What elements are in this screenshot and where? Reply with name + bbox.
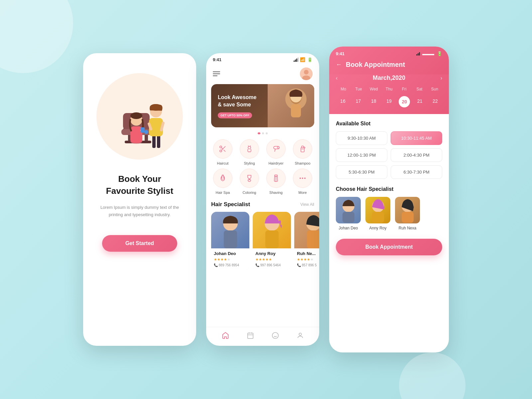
status-icons: 📶 🔋 [294, 57, 313, 62]
svg-point-32 [248, 146, 251, 149]
svg-line-36 [277, 147, 278, 148]
book-battery-icon: 🔋 [437, 51, 442, 56]
day-tue: Tue [351, 85, 366, 93]
onboarding-screen: Book Your Favourite Stylist Lorem Ipsum … [83, 53, 196, 346]
book-status-bar: 9:41 ▬▬▬ 🔋 [336, 51, 442, 56]
services-grid: Haircut Styling Hairdryer [206, 139, 319, 195]
date-22[interactable]: 22 [428, 96, 442, 107]
svg-point-59 [272, 332, 278, 338]
specialist-card-2[interactable]: Anny Roy ★★★★★ 📞 997 896 5464 [253, 212, 291, 270]
time-slot-6[interactable]: 6:30-7:30 PM [391, 165, 442, 179]
coloring-icon [240, 169, 259, 188]
specialist-mini-2[interactable]: Anny Roy [365, 197, 390, 230]
book-time: 9:41 [336, 51, 344, 56]
time-slot-3[interactable]: 12:00-1:30 PM [336, 148, 387, 162]
top-nav [206, 65, 319, 84]
day-mo: Mo [336, 85, 351, 93]
svg-rect-52 [265, 230, 279, 248]
svg-line-30 [223, 150, 225, 152]
hamburger-menu[interactable] [213, 71, 220, 76]
svg-point-47 [302, 178, 303, 179]
hair-spa-icon [213, 169, 232, 188]
specialist-mini-3[interactable]: Ruh Nexa [395, 197, 420, 230]
day-fri: Fri [397, 85, 412, 93]
specialist-section-header: Hair Specialist View All [206, 200, 319, 212]
coloring-label: Coloring [243, 191, 256, 195]
signal-icon [294, 58, 299, 62]
day-thu: Thu [381, 85, 397, 93]
choose-specialist-label: Choose Hair Specialist [336, 186, 442, 192]
service-hair-spa[interactable]: Hair Spa [211, 169, 234, 195]
specialist-name-2: Anny Roy [255, 251, 288, 256]
date-17[interactable]: 17 [351, 96, 365, 107]
status-bar: 9:41 📶 🔋 [206, 53, 319, 65]
service-hairdryer[interactable]: Hairdryer [264, 139, 288, 165]
specialist-card-1[interactable]: Johan Deo ★★★★★ 📞 889 756 8954 [211, 212, 249, 270]
date-20[interactable]: 20 [399, 96, 410, 107]
back-button[interactable]: ← [336, 61, 342, 68]
user-avatar[interactable] [300, 67, 313, 80]
specialist-card-3[interactable]: Ruh Ne... ★★★★★ 📞 857 896 5 [294, 212, 319, 270]
svg-point-27 [220, 146, 222, 148]
dot-2 [262, 132, 264, 134]
svg-rect-64 [342, 212, 354, 223]
time-slot-5[interactable]: 5:30-6:30 PM [336, 165, 387, 179]
service-styling[interactable]: Styling [238, 139, 261, 165]
date-19[interactable]: 19 [382, 96, 396, 107]
more-icon [293, 169, 312, 188]
dot-1 [258, 132, 260, 134]
time-slot-1[interactable]: 9:30-10:30 AM [336, 131, 387, 145]
specialist-mini-name-3: Ruh Nexa [399, 226, 416, 230]
specialist-info-1: Johan Deo ★★★★★ 📞 889 756 8954 [211, 248, 249, 270]
specialist-mini-name-1: Johan Deo [338, 226, 358, 230]
specialist-photo-3 [294, 212, 319, 248]
next-month-button[interactable]: › [441, 75, 442, 81]
book-signal-icon [416, 52, 420, 56]
svg-point-41 [221, 177, 222, 178]
shaving-label: Shaving [269, 191, 283, 195]
hero-badge: GET UPTO 50% OFF [218, 112, 252, 118]
time-slot-2[interactable]: 10:30-11:45 AM [391, 131, 442, 145]
onboarding-title: Book Your Favourite Stylist [106, 173, 173, 197]
haircut-icon [213, 139, 232, 159]
book-wifi-icon: ▬▬▬ [422, 52, 434, 56]
svg-rect-26 [291, 104, 301, 117]
shaving-icon [266, 169, 286, 188]
view-all-link[interactable]: View All [300, 202, 314, 207]
service-coloring[interactable]: Coloring [238, 169, 261, 195]
get-started-button[interactable]: Get Started [102, 235, 177, 252]
wifi-icon: 📶 [300, 57, 305, 62]
book-status-icons: ▬▬▬ 🔋 [416, 51, 442, 56]
specialists-scroll: Johan Deo ★★★★★ 📞 889 756 8954 Anny Roy … [206, 212, 319, 270]
service-more[interactable]: More [291, 169, 314, 195]
hairdryer-label: Hairdryer [268, 161, 283, 165]
date-21[interactable]: 21 [413, 96, 427, 107]
svg-point-48 [304, 178, 306, 179]
service-shampoo[interactable]: Shampoo [291, 139, 314, 165]
svg-line-35 [275, 149, 275, 152]
svg-rect-11 [141, 127, 145, 133]
specialist-mini-1[interactable]: Johan Deo [336, 197, 361, 230]
service-haircut[interactable]: Haircut [211, 139, 234, 165]
svg-rect-68 [402, 212, 414, 223]
nav-profile[interactable] [297, 332, 304, 339]
service-shaving[interactable]: Shaving [264, 169, 288, 195]
nav-home[interactable] [222, 332, 229, 339]
time-slot-4[interactable]: 2:00-4:30 PM [391, 148, 442, 162]
hero-image [268, 84, 314, 127]
book-appointment-screen: 9:41 ▬▬▬ 🔋 ← Book Appointment ‹ March,20… [329, 47, 449, 352]
date-18[interactable]: 18 [367, 96, 381, 107]
nav-offers[interactable] [272, 332, 279, 339]
dot-3 [266, 132, 268, 134]
shampoo-label: Shampoo [295, 161, 310, 165]
available-slot-label: Available Slot [336, 121, 442, 127]
book-appointment-button[interactable]: Book Appointment [336, 239, 442, 255]
specialist-photo-1 [211, 212, 249, 248]
prev-month-button[interactable]: ‹ [336, 75, 337, 81]
nav-calendar[interactable] [247, 332, 254, 339]
month-nav: ‹ March,2020 › [336, 74, 442, 81]
date-16[interactable]: 16 [336, 96, 350, 107]
home-screen: 9:41 📶 🔋 Look Awesome & save Some [206, 53, 319, 346]
styling-label: Styling [244, 161, 255, 165]
hero-banner: Look Awesome & save Some GET UPTO 50% OF… [211, 84, 314, 127]
